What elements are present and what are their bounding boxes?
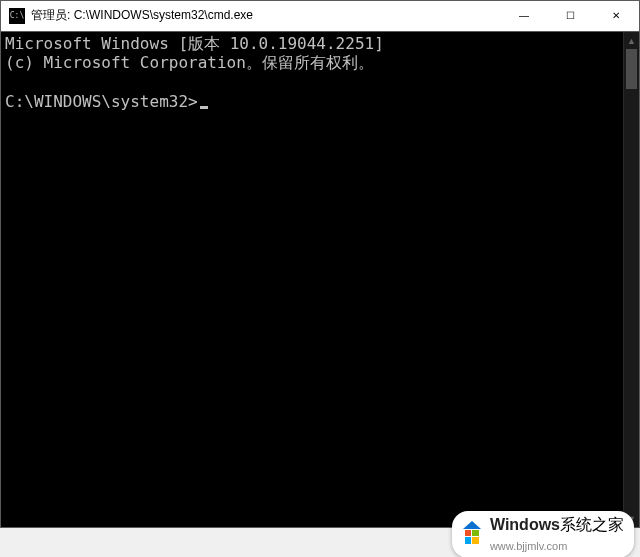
console-line: Microsoft Windows [版本 10.0.19044.2251] — [5, 34, 384, 53]
watermark-brand: Windows — [490, 516, 560, 533]
cursor — [200, 106, 208, 109]
windows-logo-icon — [460, 523, 484, 547]
window-controls: — ☐ ✕ — [501, 1, 639, 30]
cmd-icon: C:\ — [9, 8, 25, 24]
close-button[interactable]: ✕ — [593, 1, 639, 30]
console-output[interactable]: Microsoft Windows [版本 10.0.19044.2251] (… — [1, 32, 623, 527]
scroll-thumb[interactable] — [626, 49, 637, 89]
maximize-button[interactable]: ☐ — [547, 1, 593, 30]
console-area: Microsoft Windows [版本 10.0.19044.2251] (… — [1, 31, 639, 527]
console-prompt: C:\WINDOWS\system32> — [5, 92, 198, 111]
watermark-suffix: 系统之家 — [560, 516, 624, 533]
minimize-button[interactable]: — — [501, 1, 547, 30]
watermark-badge: Windows系统之家 www.bjjmlv.com — [452, 511, 634, 557]
cmd-window: C:\ 管理员: C:\WINDOWS\system32\cmd.exe — ☐… — [0, 0, 640, 528]
watermark-url: www.bjjmlv.com — [490, 540, 567, 552]
window-title: 管理员: C:\WINDOWS\system32\cmd.exe — [31, 7, 501, 24]
vertical-scrollbar[interactable]: ▲ ▼ — [623, 32, 639, 527]
console-line: (c) Microsoft Corporation。保留所有权利。 — [5, 53, 374, 72]
scroll-up-icon[interactable]: ▲ — [624, 32, 639, 49]
titlebar[interactable]: C:\ 管理员: C:\WINDOWS\system32\cmd.exe — ☐… — [1, 1, 639, 31]
